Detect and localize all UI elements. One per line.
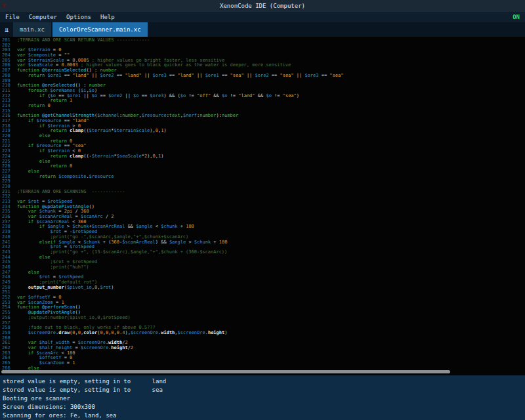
code-text: $screenOre.draw(0,0,color(0,0,0,0.4),$sc… — [17, 331, 227, 336]
code-lines: 201;TERRAIN AND ORE SCAN RETURN VALUES -… — [0, 37, 525, 371]
code-editor[interactable]: 201;TERRAIN AND ORE SCAN RETURN VALUES -… — [0, 37, 525, 375]
code-line: 250 output_number($pivot_io,0,$rot) — [0, 285, 525, 291]
console-line: stored value is empty, setting in to sea — [3, 386, 522, 394]
power-status-badge: ON — [513, 14, 520, 20]
code-line: 252var $offsetY = 0 — [0, 295, 525, 301]
code-line: 264 $offsetY = 0 — [0, 356, 525, 361]
tab-colororescanner-main-xc[interactable]: ColorOreScanner.main.xc — [52, 22, 148, 37]
code-text: return $composite.$resource — [17, 175, 114, 180]
code-line: 203var $terrain = 0 — [0, 48, 525, 53]
code-line: 259 $screenOre.draw(0,0,color(0,0,0,0.4)… — [0, 331, 525, 336]
tab-list-chevrons-icon[interactable]: ⇊ — [0, 22, 13, 37]
console-line: Scanning for ores: Fe, land, sea — [3, 411, 522, 420]
code-line: 202 — [0, 43, 525, 49]
ide-window: ▼ XenonCode IDE (Computer) File Computer… — [0, 0, 525, 420]
code-line: 220 else — [0, 134, 525, 139]
horizontal-scrollbar[interactable] — [1, 370, 450, 373]
console-line: Screen dimensions: 300x300 — [3, 403, 522, 411]
code-text: return $ore1 == "land" || $ore2 == "land… — [17, 74, 343, 79]
menu-file[interactable]: File — [5, 14, 20, 20]
code-line: 213 return 1 — [0, 98, 525, 104]
code-line: 224 return clamp((-$terrain*$seaScale*2)… — [0, 154, 525, 159]
code-line: 231;TERRAIN AND ORE SCANNING -----------… — [0, 190, 525, 195]
code-line: 256 ;output:number($pivot_io,0,$rotSpeed… — [0, 316, 525, 321]
console-line: stored value is empty, setting in to lan… — [3, 377, 522, 386]
menu-bar: File Computer Options Help ON — [0, 12, 525, 22]
menu-options[interactable]: Options — [66, 14, 91, 20]
code-line: 208 return $ore1 == "land" || $ore2 == "… — [0, 74, 525, 79]
code-text: ;TERRAIN AND ORE SCAN RETURN VALUES ----… — [17, 38, 150, 43]
code-text: return 0 — [17, 104, 51, 109]
code-text: ;output:number($pivot_io,0,$rotSpeed) — [17, 316, 131, 321]
tab-main-xc[interactable]: main.xc — [13, 22, 51, 37]
code-line: 251 — [0, 290, 525, 295]
app-menu-icon[interactable]: ▼ — [2, 1, 6, 10]
code-line: 226 return 0 — [0, 164, 525, 169]
code-line: 212 if ($o == $ore1 || $o == $ore2 || $o… — [0, 94, 525, 99]
console-line: Booting ore scanner — [3, 394, 522, 403]
code-line: 263 if $scanArc < 180 — [0, 351, 525, 356]
code-line: 232 — [0, 194, 525, 200]
code-line: 246 ;print("huh?") — [0, 265, 525, 270]
code-line: 265 $scanZoom = 1 — [0, 361, 525, 366]
code-line: 214 return 0 — [0, 104, 525, 109]
title-bar: ▼ XenonCode IDE (Computer) — [0, 0, 525, 12]
code-line: 201;TERRAIN AND ORE SCAN RETURN VALUES -… — [0, 38, 525, 43]
window-title: XenonCode IDE (Computer) — [0, 3, 525, 9]
code-line: 262 var $half_height = $screenOre.height… — [0, 346, 525, 351]
tab-bar: ⇊ main.xc ColorOreScanner.main.xc — [0, 22, 525, 37]
code-text: output_number($pivot_io,0,$rot) — [17, 285, 114, 291]
menu-computer[interactable]: Computer — [29, 14, 57, 20]
menu-help[interactable]: Help — [100, 14, 115, 20]
code-line: 225 else — [0, 159, 525, 165]
code-line: 228 return $composite.$resource — [0, 175, 525, 180]
code-text: ;TERRAIN AND ORE SCANNING ------------ — [17, 190, 125, 195]
console-output: stored value is empty, setting in to lan… — [0, 375, 525, 420]
code-line: 219 return clamp(($terrain*$terrainScale… — [0, 129, 525, 134]
code-line: 243 ;print("go +", (13-$scanArc),$angle,… — [0, 250, 525, 255]
code-line: 229 — [0, 179, 525, 184]
